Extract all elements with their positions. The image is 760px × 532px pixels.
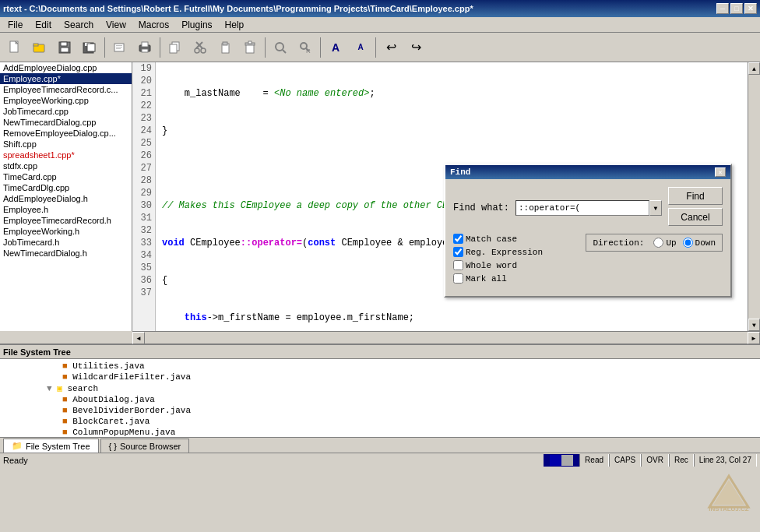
line-numbers: 19 20 21 22 23 24 25 26 27 28 29 30 31 3… bbox=[132, 62, 156, 331]
reg-ex-option[interactable]: Reg. Expression bbox=[453, 247, 543, 257]
delete-button[interactable] bbox=[238, 36, 262, 59]
open-button[interactable] bbox=[28, 36, 51, 59]
menu-macros[interactable]: Macros bbox=[132, 17, 175, 32]
whole-word-option[interactable]: Whole word bbox=[453, 260, 517, 270]
file-item-timecarddlg[interactable]: TimeCardDlg.cpp bbox=[0, 182, 132, 193]
tab-file-system-tree[interactable]: 📁 File System Tree bbox=[3, 439, 99, 453]
menu-view[interactable]: View bbox=[100, 17, 132, 32]
tree-item-columnpopupmenu[interactable]: ■ ColumnPopupMenu.java bbox=[0, 427, 760, 438]
find-what-input[interactable] bbox=[515, 200, 649, 216]
tree-item-blockcaret[interactable]: ■ BlockCaret.java bbox=[0, 416, 760, 427]
svg-point-21 bbox=[195, 48, 199, 53]
file-item-jobtimecard[interactable]: JobTimecard.cpp bbox=[0, 106, 132, 117]
direction-up-option[interactable]: Up bbox=[653, 238, 676, 248]
find-dropdown-button[interactable]: ▼ bbox=[649, 200, 662, 216]
match-case-option[interactable]: Match case bbox=[453, 234, 517, 244]
horizontal-scrollbar[interactable]: ◄ ► bbox=[132, 331, 760, 344]
paste-button[interactable] bbox=[213, 36, 237, 59]
file-item-newtimecarddialog[interactable]: NewTimecardDialog.cpp bbox=[0, 117, 132, 128]
file-icon-blockcaret: ■ bbox=[62, 417, 68, 426]
direction-down-radio[interactable] bbox=[683, 238, 693, 248]
find-replace-button[interactable]: R bbox=[294, 36, 317, 59]
mark-all-checkbox[interactable] bbox=[453, 273, 463, 284]
svg-line-29 bbox=[283, 50, 286, 53]
tree-item-search-folder[interactable]: ▼ ▣ search bbox=[0, 382, 760, 394]
status-ovr: OVR bbox=[641, 454, 669, 467]
file-item-employeetimecardh[interactable]: EmployeeTimecardRecord.h bbox=[0, 215, 132, 226]
scroll-up-button[interactable]: ▲ bbox=[748, 62, 760, 75]
status-read: Read bbox=[579, 454, 609, 467]
svg-rect-3 bbox=[33, 44, 38, 46]
status-indicators: Read CAPS OVR Rec Line 23, Col 27 bbox=[544, 454, 757, 467]
code-editor[interactable]: 19 20 21 22 23 24 25 26 27 28 29 30 31 3… bbox=[132, 62, 760, 331]
undo-button[interactable]: ↩ bbox=[379, 36, 403, 59]
maximize-button[interactable]: □ bbox=[730, 3, 743, 14]
find-dialog-close-button[interactable]: ✕ bbox=[715, 167, 726, 177]
mark-all-option[interactable]: Mark all bbox=[453, 273, 507, 284]
tree-item-label-beveldivider: BevelDividerBorder.java bbox=[72, 406, 191, 415]
file-item-employeetimecard[interactable]: EmployeeTimecardRecord.c... bbox=[0, 84, 132, 95]
code-line-19: m_lastName = <No name entered>; bbox=[162, 87, 493, 100]
vertical-scrollbar[interactable]: ▲ ▼ bbox=[748, 62, 760, 331]
separator-5 bbox=[375, 37, 376, 58]
bottom-section-header: File System Tree bbox=[0, 345, 760, 359]
tree-item-aboutdialog[interactable]: ■ AboutDialog.java bbox=[0, 394, 760, 405]
direction-down-option[interactable]: Down bbox=[683, 238, 716, 248]
scroll-down-button[interactable]: ▼ bbox=[748, 319, 760, 331]
print-button[interactable] bbox=[133, 36, 157, 59]
file-item-employeeh[interactable]: Employee.h bbox=[0, 204, 132, 215]
new-button[interactable] bbox=[3, 36, 26, 59]
tree-item-utilities[interactable]: ■ Utilities.java bbox=[0, 361, 760, 372]
file-item-addemployeedialog[interactable]: AddEmployeeDialog.cpp bbox=[0, 62, 132, 73]
scroll-right-button[interactable]: ► bbox=[748, 332, 760, 344]
menu-plugins[interactable]: Plugins bbox=[175, 17, 218, 32]
reg-ex-checkbox[interactable] bbox=[453, 247, 463, 257]
svg-rect-15 bbox=[142, 42, 148, 47]
cancel-button[interactable]: Cancel bbox=[668, 208, 723, 226]
file-item-jobtimecardh[interactable]: JobTimecard.h bbox=[0, 237, 132, 248]
file-item-employee[interactable]: Employee.cpp* bbox=[0, 73, 132, 84]
file-item-newtimecarddialoh[interactable]: NewTimecardDialog.h bbox=[0, 248, 132, 259]
file-list[interactable]: AddEmployeeDialog.cpp Employee.cpp* Empl… bbox=[0, 62, 132, 331]
match-case-checkbox[interactable] bbox=[453, 234, 463, 244]
scroll-left-button[interactable]: ◄ bbox=[132, 332, 145, 344]
file-item-stdfx[interactable]: stdfx.cpp bbox=[0, 160, 132, 171]
code-line-25: this->m_firstName = employee.m_firstName… bbox=[162, 312, 493, 324]
direction-up-radio[interactable] bbox=[653, 238, 663, 248]
file-system-tree[interactable]: ■ Utilities.java ■ WildcardFileFilter.ja… bbox=[0, 359, 760, 439]
menu-search[interactable]: Search bbox=[58, 17, 100, 32]
tree-item-label-search: search bbox=[67, 384, 98, 393]
find-toolbar-button[interactable] bbox=[269, 36, 292, 59]
file-item-employeeworkingh[interactable]: EmployeeWorking.h bbox=[0, 226, 132, 237]
menu-help[interactable]: Help bbox=[219, 17, 251, 32]
file-item-addemployeeh[interactable]: AddEmployeeDialog.h bbox=[0, 193, 132, 204]
cut-button[interactable] bbox=[188, 36, 212, 59]
redo-button[interactable]: ↪ bbox=[404, 36, 428, 59]
menu-file[interactable]: File bbox=[2, 17, 29, 32]
tree-item-beveldivider[interactable]: ■ BevelDividerBorder.java bbox=[0, 405, 760, 416]
tree-item-wildcardfilefilter[interactable]: ■ WildcardFileFilter.java bbox=[0, 372, 760, 382]
menu-edit[interactable]: Edit bbox=[29, 17, 58, 32]
tab-source-browser[interactable]: { } Source Browser bbox=[100, 439, 190, 453]
print-preview-button[interactable] bbox=[108, 36, 132, 59]
file-item-removeemployee[interactable]: RemoveEmployeeDialog.cp... bbox=[0, 128, 132, 139]
minimize-button[interactable]: ─ bbox=[716, 3, 729, 14]
close-button[interactable]: ✕ bbox=[744, 3, 757, 14]
svg-rect-6 bbox=[61, 48, 69, 52]
file-item-shift[interactable]: Shift.cpp bbox=[0, 139, 132, 150]
separator-4 bbox=[320, 37, 321, 58]
file-item-employeeworking[interactable]: EmployeeWorking.cpp bbox=[0, 95, 132, 106]
file-icon-beveldivider: ■ bbox=[62, 406, 68, 415]
font-size-down-button[interactable]: A bbox=[349, 36, 372, 59]
save-all-button[interactable] bbox=[78, 36, 101, 59]
copy-button[interactable] bbox=[164, 36, 187, 59]
font-size-up-button[interactable]: A bbox=[324, 36, 347, 59]
file-icon-wildcard: ■ bbox=[62, 372, 68, 382]
find-button[interactable]: Find bbox=[668, 187, 723, 205]
file-item-spreadsheet[interactable]: spreadsheet1.cpp* bbox=[0, 150, 132, 160]
file-item-timecard[interactable]: TimeCard.cpp bbox=[0, 171, 132, 182]
save-button[interactable] bbox=[53, 36, 76, 59]
whole-word-checkbox[interactable] bbox=[453, 260, 463, 270]
title-bar-buttons: ─ □ ✕ bbox=[716, 3, 757, 14]
title-text: rtext - C:\Documents and Settings\Robert… bbox=[3, 4, 473, 13]
